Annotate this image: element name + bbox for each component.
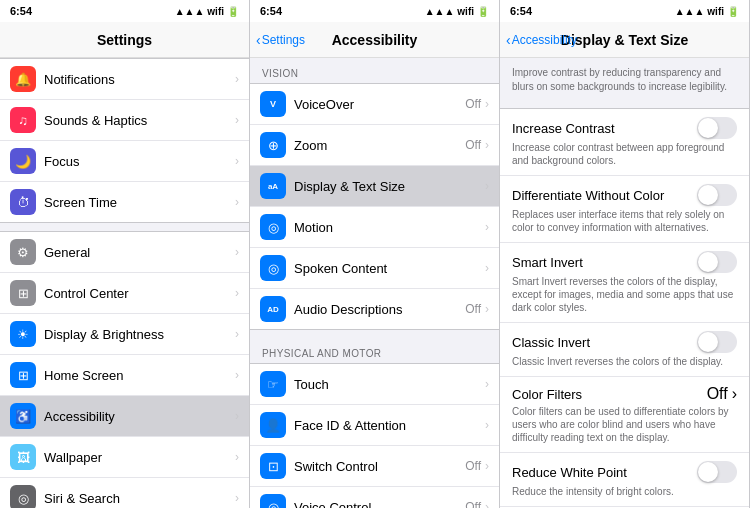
settings-title: Settings (97, 32, 152, 48)
list-item[interactable]: ♫ Sounds & Haptics › (0, 100, 249, 141)
zoom-label: Zoom (294, 138, 465, 153)
zoom-value: Off (465, 138, 481, 152)
list-item[interactable]: ⏱ Screen Time › (0, 182, 249, 222)
accessibility-panel: 6:54 ▲▲▲ wifi 🔋 ‹ Settings Accessibility… (250, 0, 500, 508)
list-item[interactable]: ◎ Siri & Search › (0, 478, 249, 508)
list-item[interactable]: 🖼 Wallpaper › (0, 437, 249, 478)
vision-header: VISION (250, 58, 499, 83)
voiceover-value: Off (465, 97, 481, 111)
spoken-content-item[interactable]: ◎ Spoken Content › (250, 248, 499, 289)
status-icons-1: ▲▲▲ wifi 🔋 (175, 6, 239, 17)
battery-icon: 🔋 (227, 6, 239, 17)
chevron-icon: › (485, 377, 489, 391)
voice-ctrl-value: Off (465, 500, 481, 508)
settings-group-2: ⚙ General › ⊞ Control Center › ☀ Display… (0, 231, 249, 508)
back-label-2: Accessibility (512, 33, 577, 47)
chevron-icon: › (485, 500, 489, 508)
back-button-2[interactable]: ‹ Accessibility (506, 32, 577, 48)
touch-item[interactable]: ☞ Touch › (250, 364, 499, 405)
item-label: Control Center (44, 286, 235, 301)
switch-ctrl-icon: ⊡ (260, 453, 286, 479)
differentiate-color-item: Differentiate Without Color Replaces use… (500, 176, 749, 243)
faceid-attention-item[interactable]: 👤 Face ID & Attention › (250, 405, 499, 446)
color-filters-item[interactable]: Color Filters Off › Color filters can be… (500, 377, 749, 453)
classic-invert-item: Classic Invert Classic Invert reverses t… (500, 323, 749, 377)
displaytext-label: Display & Text Size (294, 179, 485, 194)
voiceover-item[interactable]: V VoiceOver Off › (250, 84, 499, 125)
settings-nav: Settings (0, 22, 249, 58)
chevron-icon: › (235, 491, 239, 505)
chevron-icon: › (485, 302, 489, 316)
chevron-icon: › (485, 97, 489, 111)
chevron-icon: › (235, 409, 239, 423)
wifi-icon: wifi (207, 6, 224, 17)
displaytext-icon: aA (260, 173, 286, 199)
item-label: Display & Brightness (44, 327, 235, 342)
back-label: Settings (262, 33, 305, 47)
smart-invert-toggle[interactable] (697, 251, 737, 273)
differentiate-color-toggle[interactable] (697, 184, 737, 206)
switch-control-item[interactable]: ⊡ Switch Control Off › (250, 446, 499, 487)
item-label: Home Screen (44, 368, 235, 383)
chevron-icon: › (235, 327, 239, 341)
voice-control-item[interactable]: ◎ Voice Control Off › (250, 487, 499, 508)
back-button[interactable]: ‹ Settings (256, 32, 305, 48)
display-textsize-item[interactable]: aA Display & Text Size › (250, 166, 499, 207)
motion-item[interactable]: ◎ Motion › (250, 207, 499, 248)
list-item[interactable]: 🔔 Notifications › (0, 59, 249, 100)
motion-icon: ◎ (260, 214, 286, 240)
sounds-icon: ♫ (10, 107, 36, 133)
status-bar-2: 6:54 ▲▲▲ wifi 🔋 (250, 0, 499, 22)
reduce-white-toggle[interactable] (697, 461, 737, 483)
list-item[interactable]: ⊞ Control Center › (0, 273, 249, 314)
chevron-icon: › (235, 113, 239, 127)
motor-header: PHYSICAL AND MOTOR (250, 338, 499, 363)
smart-invert-title: Smart Invert (512, 255, 583, 270)
signal-icon: ▲▲▲ (175, 6, 205, 17)
list-item[interactable]: ⚙ General › (0, 232, 249, 273)
chevron-icon: › (485, 220, 489, 234)
toggle-knob (698, 252, 718, 272)
item-label: Siri & Search (44, 491, 235, 506)
signal-icon: ▲▲▲ (425, 6, 455, 17)
zoom-item[interactable]: ⊕ Zoom Off › (250, 125, 499, 166)
settings-content: 🔔 Notifications › ♫ Sounds & Haptics › 🌙… (0, 58, 249, 508)
voiceover-label: VoiceOver (294, 97, 465, 112)
accessibility-label: Accessibility (44, 409, 235, 424)
settings-group-1: 🔔 Notifications › ♫ Sounds & Haptics › 🌙… (0, 58, 249, 223)
classic-invert-desc: Classic Invert reverses the colors of th… (512, 355, 737, 368)
chevron-icon: › (485, 138, 489, 152)
audiodesc-value: Off (465, 302, 481, 316)
accessibility-list-item[interactable]: ♿ Accessibility › (0, 396, 249, 437)
smart-invert-desc: Smart Invert reverses the colors of the … (512, 275, 737, 314)
display-icon: ☀ (10, 321, 36, 347)
item-label: Focus (44, 154, 235, 169)
list-item[interactable]: 🌙 Focus › (0, 141, 249, 182)
color-filters-title: Color Filters (512, 387, 582, 402)
classic-invert-toggle[interactable] (697, 331, 737, 353)
item-label: Notifications (44, 72, 235, 87)
color-filters-chevron: › (732, 385, 737, 403)
zoom-icon: ⊕ (260, 132, 286, 158)
chevron-icon: › (485, 261, 489, 275)
list-item[interactable]: ☀ Display & Brightness › (0, 314, 249, 355)
increase-contrast-toggle[interactable] (697, 117, 737, 139)
item-label: Wallpaper (44, 450, 235, 465)
toggle-knob (698, 118, 718, 138)
display-textsize-panel: 6:54 ▲▲▲ wifi 🔋 ‹ Accessibility Display … (500, 0, 750, 508)
displaytext-nav-title: Display & Text Size (561, 32, 688, 48)
battery-icon: 🔋 (477, 6, 489, 17)
faceid-att-icon: 👤 (260, 412, 286, 438)
notifications-icon: 🔔 (10, 66, 36, 92)
list-item[interactable]: ⊞ Home Screen › (0, 355, 249, 396)
displaytext-content: Improve contrast by reducing transparenc… (500, 58, 749, 508)
vision-group: V VoiceOver Off › ⊕ Zoom Off › aA Displa… (250, 83, 499, 330)
chevron-icon: › (235, 245, 239, 259)
chevron-icon: › (235, 450, 239, 464)
color-filters-desc: Color filters can be used to differentia… (512, 405, 737, 444)
increase-contrast-title: Increase Contrast (512, 121, 615, 136)
accessibility-icon: ♿ (10, 403, 36, 429)
status-icons-3: ▲▲▲ wifi 🔋 (675, 6, 739, 17)
audio-desc-item[interactable]: AD Audio Descriptions Off › (250, 289, 499, 329)
displaytext-nav: ‹ Accessibility Display & Text Size (500, 22, 749, 58)
